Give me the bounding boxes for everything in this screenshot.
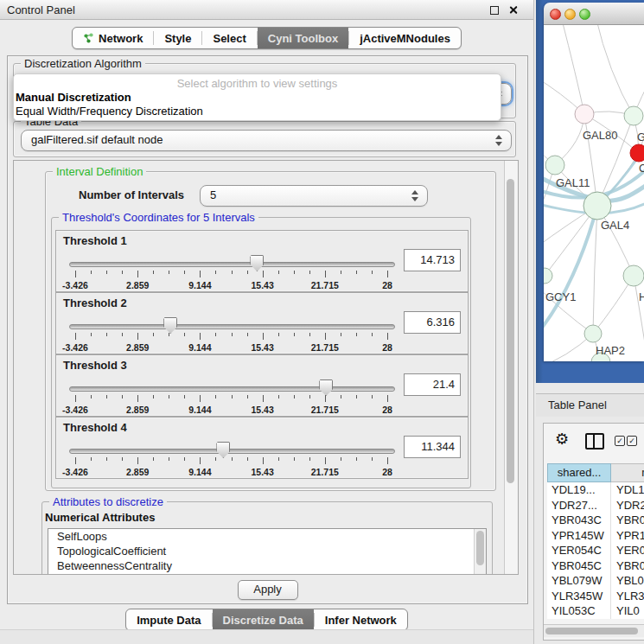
table-row[interactable]: YIL053CYIL0 xyxy=(547,603,644,619)
table-row[interactable]: YDR27...YDR2 xyxy=(547,498,644,513)
slider-track[interactable] xyxy=(69,324,395,329)
table-cell-shared-name[interactable]: YLR345W xyxy=(547,589,611,604)
scrollbar-thumb[interactable] xyxy=(507,179,514,483)
slider-track[interactable] xyxy=(69,449,395,454)
network-node-label: C xyxy=(639,162,644,175)
table-cell-shared-name[interactable]: YER054C xyxy=(547,543,611,558)
table-cell-shared-name[interactable]: YBR043C xyxy=(547,513,611,528)
table-cell-shared-name[interactable]: YDR27... xyxy=(547,498,611,513)
table-cell-name[interactable]: YBR0 xyxy=(611,513,644,528)
network-node[interactable] xyxy=(544,268,552,284)
network-node[interactable] xyxy=(624,106,643,125)
table-cell-shared-name[interactable]: YBR045C xyxy=(547,558,611,574)
threshold-slider[interactable]: -3.4262.8599.14415.4321.71528 xyxy=(69,253,393,288)
slider-thumb[interactable] xyxy=(216,442,230,458)
close-traffic-light-icon[interactable] xyxy=(550,9,561,20)
checkbox-icon[interactable]: ✓ xyxy=(627,436,637,446)
table-row[interactable]: YER054CYER0 xyxy=(547,543,644,558)
network-canvas[interactable]: GAL80GACGAL11GAL4GCY1HHAP2 xyxy=(544,25,644,361)
scale-label: 2.859 xyxy=(126,280,149,290)
threshold-value-field[interactable]: 11.344 xyxy=(404,436,461,458)
number-of-intervals-combobox[interactable]: 5 xyxy=(200,185,428,207)
table-cell-name[interactable]: YDR2 xyxy=(611,498,644,513)
dropdown-placeholder-option[interactable]: Select algorithm to view settings xyxy=(14,77,501,90)
dropdown-option-equal-width-frequency[interactable]: Equal Width/Frequency Discretization xyxy=(16,105,203,118)
table-row[interactable]: YDL19...YDL1 xyxy=(547,482,644,498)
table-panel: ⚙ ✓ ✓ shared... na YDL19...YDL1YDR27...Y… xyxy=(536,417,644,644)
scale-label: 2.859 xyxy=(126,405,149,415)
table-row[interactable]: YBR045CYBR0 xyxy=(547,558,644,574)
table-cell-name[interactable]: YBL0 xyxy=(611,573,644,589)
slider-thumb[interactable] xyxy=(163,317,177,334)
threshold-value-field[interactable]: 6.316 xyxy=(404,311,461,334)
network-edge[interactable] xyxy=(561,25,584,114)
tab-cyni-toolbox[interactable]: Cyni Toolbox xyxy=(258,28,348,48)
network-edge[interactable] xyxy=(634,276,644,361)
slider-track[interactable] xyxy=(69,386,395,392)
tab-discretize-data[interactable]: Discretize Data xyxy=(213,609,314,630)
table-header-row: shared... na xyxy=(547,463,644,482)
threshold-slider[interactable]: -3.4262.8599.14415.4321.71528 xyxy=(69,378,393,412)
checkbox-icon[interactable]: ✓ xyxy=(615,436,625,446)
network-node[interactable] xyxy=(623,265,644,286)
table-cell-name[interactable]: YPR1 xyxy=(611,528,644,544)
list-item[interactable]: BetweennessCentrality xyxy=(48,558,486,573)
table-cell-name[interactable]: YIL0 xyxy=(611,603,644,619)
list-item[interactable]: SelfLoops xyxy=(48,529,486,544)
network-node-label: H xyxy=(639,290,644,303)
network-canvas-svg[interactable]: GAL80GACGAL11GAL4GCY1HHAP2 xyxy=(544,25,644,361)
threshold-slider[interactable]: -3.4262.8599.14415.4321.71528 xyxy=(69,440,393,475)
column-header-name[interactable]: na xyxy=(611,463,644,482)
split-columns-icon[interactable] xyxy=(585,433,604,450)
minimize-traffic-light-icon[interactable] xyxy=(564,9,576,20)
network-node[interactable] xyxy=(575,105,594,124)
table-row[interactable]: YPR145WYPR1 xyxy=(547,528,644,544)
table-row[interactable]: YLR345WYLR3 xyxy=(547,589,644,604)
gear-icon[interactable]: ⚙ xyxy=(555,431,569,447)
apply-button[interactable]: Apply xyxy=(238,580,298,600)
column-header-shared-name[interactable]: shared... xyxy=(547,463,611,482)
zoom-traffic-light-icon[interactable] xyxy=(579,9,590,20)
tab-label: jActiveMNodules xyxy=(360,32,450,45)
table-cell-name[interactable]: YLR3 xyxy=(611,589,644,604)
slider-thumb[interactable] xyxy=(319,379,333,396)
tab-jactivemnodules[interactable]: jActiveMNodules xyxy=(349,28,461,48)
network-node[interactable] xyxy=(584,325,602,342)
threshold-value-field[interactable]: 21.4 xyxy=(404,373,461,396)
tab-network[interactable]: Network xyxy=(73,28,153,48)
tab-infer-network[interactable]: Infer Network xyxy=(315,609,407,630)
table-cell-name[interactable]: YDL1 xyxy=(611,482,644,498)
float-window-icon[interactable] xyxy=(490,6,499,15)
scrollbar-thumb[interactable] xyxy=(476,531,484,565)
horizontal-scrollbar[interactable] xyxy=(544,624,644,637)
slider-thumb[interactable] xyxy=(250,255,264,271)
table-data-combobox[interactable]: galFiltered.sif default node xyxy=(21,130,512,151)
close-icon[interactable] xyxy=(508,5,518,15)
table-cell-name[interactable]: YER0 xyxy=(611,543,644,558)
network-edge[interactable] xyxy=(596,25,634,116)
list-item[interactable]: TopologicalCoefficient xyxy=(48,544,486,558)
table-cell-shared-name[interactable]: YPR145W xyxy=(547,528,611,544)
tab-select[interactable]: Select xyxy=(202,28,256,48)
network-node[interactable] xyxy=(583,192,611,220)
network-edge[interactable] xyxy=(593,206,597,334)
tab-impute-data[interactable]: Impute Data xyxy=(126,609,211,630)
dropdown-option-manual-discretization[interactable]: Manual Discretization xyxy=(16,91,131,104)
table-cell-shared-name[interactable]: YBL079W xyxy=(547,573,611,589)
threshold-value-field[interactable]: 14.713 xyxy=(404,249,461,271)
attributes-list-scrollbar[interactable] xyxy=(474,529,486,574)
tab-style[interactable]: Style xyxy=(154,28,201,48)
vertical-scrollbar[interactable] xyxy=(504,161,518,574)
table-row[interactable]: YBR043CYBR0 xyxy=(547,513,644,528)
threshold-slider[interactable]: -3.4262.8599.14415.4321.71528 xyxy=(69,316,393,350)
table-cell-shared-name[interactable]: YIL053C xyxy=(547,603,611,619)
network-node[interactable] xyxy=(545,156,564,175)
table-row[interactable]: YBL079WYBL0 xyxy=(547,573,644,589)
scrollbar-thumb[interactable] xyxy=(545,628,638,634)
table-cell-shared-name[interactable]: YDL19... xyxy=(547,482,611,498)
numerical-attributes-list[interactable]: SelfLoopsTopologicalCoefficientBetweenne… xyxy=(48,528,487,575)
network-node[interactable] xyxy=(630,144,644,162)
table-cell-name[interactable]: YBR0 xyxy=(611,558,644,574)
slider-track[interactable] xyxy=(69,262,395,267)
slider-scale-labels: -3.4262.8599.14415.4321.71528 xyxy=(75,342,387,353)
